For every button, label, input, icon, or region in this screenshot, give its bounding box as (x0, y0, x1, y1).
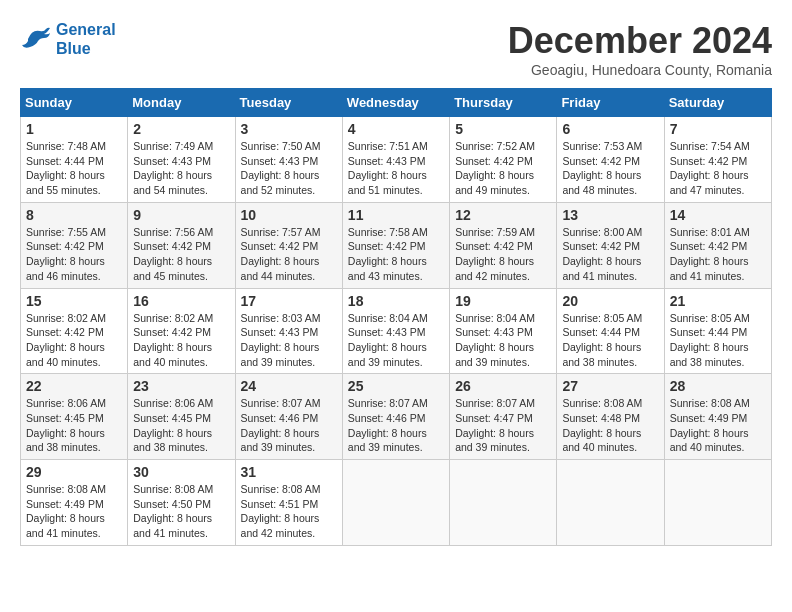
calendar-cell: 8Sunrise: 7:55 AMSunset: 4:42 PMDaylight… (21, 202, 128, 288)
calendar-cell: 7Sunrise: 7:54 AMSunset: 4:42 PMDaylight… (664, 117, 771, 203)
calendar-cell: 19Sunrise: 8:04 AMSunset: 4:43 PMDayligh… (450, 288, 557, 374)
calendar-cell: 24Sunrise: 8:07 AMSunset: 4:46 PMDayligh… (235, 374, 342, 460)
day-info: Sunrise: 8:01 AMSunset: 4:42 PMDaylight:… (670, 225, 766, 284)
column-header-thursday: Thursday (450, 89, 557, 117)
calendar-cell: 6Sunrise: 7:53 AMSunset: 4:42 PMDaylight… (557, 117, 664, 203)
calendar-week-2: 8Sunrise: 7:55 AMSunset: 4:42 PMDaylight… (21, 202, 772, 288)
day-number: 7 (670, 121, 766, 137)
calendar-cell: 1Sunrise: 7:48 AMSunset: 4:44 PMDaylight… (21, 117, 128, 203)
calendar-cell: 5Sunrise: 7:52 AMSunset: 4:42 PMDaylight… (450, 117, 557, 203)
logo: General Blue (20, 20, 116, 58)
calendar-header-row: SundayMondayTuesdayWednesdayThursdayFrid… (21, 89, 772, 117)
calendar-cell: 9Sunrise: 7:56 AMSunset: 4:42 PMDaylight… (128, 202, 235, 288)
day-number: 6 (562, 121, 658, 137)
logo-icon (20, 25, 52, 53)
day-number: 8 (26, 207, 122, 223)
calendar-cell: 10Sunrise: 7:57 AMSunset: 4:42 PMDayligh… (235, 202, 342, 288)
day-number: 20 (562, 293, 658, 309)
day-number: 15 (26, 293, 122, 309)
column-header-tuesday: Tuesday (235, 89, 342, 117)
day-number: 31 (241, 464, 337, 480)
day-info: Sunrise: 8:05 AMSunset: 4:44 PMDaylight:… (670, 311, 766, 370)
day-number: 14 (670, 207, 766, 223)
title-block: December 2024 Geoagiu, Hunedoara County,… (508, 20, 772, 78)
calendar-cell: 11Sunrise: 7:58 AMSunset: 4:42 PMDayligh… (342, 202, 449, 288)
day-number: 17 (241, 293, 337, 309)
day-number: 13 (562, 207, 658, 223)
day-info: Sunrise: 8:07 AMSunset: 4:47 PMDaylight:… (455, 396, 551, 455)
day-info: Sunrise: 8:02 AMSunset: 4:42 PMDaylight:… (133, 311, 229, 370)
calendar-cell: 28Sunrise: 8:08 AMSunset: 4:49 PMDayligh… (664, 374, 771, 460)
calendar-cell (664, 460, 771, 546)
day-info: Sunrise: 7:58 AMSunset: 4:42 PMDaylight:… (348, 225, 444, 284)
calendar-cell: 31Sunrise: 8:08 AMSunset: 4:51 PMDayligh… (235, 460, 342, 546)
column-header-wednesday: Wednesday (342, 89, 449, 117)
day-info: Sunrise: 8:08 AMSunset: 4:49 PMDaylight:… (26, 482, 122, 541)
month-title: December 2024 (508, 20, 772, 62)
day-info: Sunrise: 8:03 AMSunset: 4:43 PMDaylight:… (241, 311, 337, 370)
day-number: 11 (348, 207, 444, 223)
day-info: Sunrise: 7:52 AMSunset: 4:42 PMDaylight:… (455, 139, 551, 198)
calendar-cell: 22Sunrise: 8:06 AMSunset: 4:45 PMDayligh… (21, 374, 128, 460)
day-info: Sunrise: 8:04 AMSunset: 4:43 PMDaylight:… (455, 311, 551, 370)
day-number: 27 (562, 378, 658, 394)
column-header-friday: Friday (557, 89, 664, 117)
day-info: Sunrise: 8:00 AMSunset: 4:42 PMDaylight:… (562, 225, 658, 284)
calendar-cell: 4Sunrise: 7:51 AMSunset: 4:43 PMDaylight… (342, 117, 449, 203)
day-info: Sunrise: 8:08 AMSunset: 4:50 PMDaylight:… (133, 482, 229, 541)
day-number: 22 (26, 378, 122, 394)
day-info: Sunrise: 8:02 AMSunset: 4:42 PMDaylight:… (26, 311, 122, 370)
day-info: Sunrise: 8:06 AMSunset: 4:45 PMDaylight:… (133, 396, 229, 455)
day-number: 3 (241, 121, 337, 137)
calendar-cell: 15Sunrise: 8:02 AMSunset: 4:42 PMDayligh… (21, 288, 128, 374)
column-header-saturday: Saturday (664, 89, 771, 117)
day-info: Sunrise: 8:08 AMSunset: 4:51 PMDaylight:… (241, 482, 337, 541)
day-info: Sunrise: 7:59 AMSunset: 4:42 PMDaylight:… (455, 225, 551, 284)
day-number: 10 (241, 207, 337, 223)
day-info: Sunrise: 8:05 AMSunset: 4:44 PMDaylight:… (562, 311, 658, 370)
day-number: 25 (348, 378, 444, 394)
calendar-cell: 3Sunrise: 7:50 AMSunset: 4:43 PMDaylight… (235, 117, 342, 203)
calendar-cell: 16Sunrise: 8:02 AMSunset: 4:42 PMDayligh… (128, 288, 235, 374)
day-number: 28 (670, 378, 766, 394)
calendar-cell: 20Sunrise: 8:05 AMSunset: 4:44 PMDayligh… (557, 288, 664, 374)
day-number: 26 (455, 378, 551, 394)
day-number: 21 (670, 293, 766, 309)
day-number: 24 (241, 378, 337, 394)
day-number: 29 (26, 464, 122, 480)
calendar-cell: 29Sunrise: 8:08 AMSunset: 4:49 PMDayligh… (21, 460, 128, 546)
calendar-cell: 13Sunrise: 8:00 AMSunset: 4:42 PMDayligh… (557, 202, 664, 288)
day-number: 30 (133, 464, 229, 480)
day-number: 1 (26, 121, 122, 137)
calendar-cell: 25Sunrise: 8:07 AMSunset: 4:46 PMDayligh… (342, 374, 449, 460)
day-info: Sunrise: 7:49 AMSunset: 4:43 PMDaylight:… (133, 139, 229, 198)
day-info: Sunrise: 7:51 AMSunset: 4:43 PMDaylight:… (348, 139, 444, 198)
day-number: 5 (455, 121, 551, 137)
calendar-cell: 18Sunrise: 8:04 AMSunset: 4:43 PMDayligh… (342, 288, 449, 374)
day-number: 19 (455, 293, 551, 309)
column-header-monday: Monday (128, 89, 235, 117)
day-number: 18 (348, 293, 444, 309)
calendar-cell (557, 460, 664, 546)
calendar-week-5: 29Sunrise: 8:08 AMSunset: 4:49 PMDayligh… (21, 460, 772, 546)
page-header: General Blue December 2024 Geoagiu, Hune… (20, 20, 772, 78)
calendar-week-3: 15Sunrise: 8:02 AMSunset: 4:42 PMDayligh… (21, 288, 772, 374)
day-info: Sunrise: 8:08 AMSunset: 4:49 PMDaylight:… (670, 396, 766, 455)
day-info: Sunrise: 8:06 AMSunset: 4:45 PMDaylight:… (26, 396, 122, 455)
day-info: Sunrise: 7:56 AMSunset: 4:42 PMDaylight:… (133, 225, 229, 284)
calendar-cell: 30Sunrise: 8:08 AMSunset: 4:50 PMDayligh… (128, 460, 235, 546)
day-info: Sunrise: 8:07 AMSunset: 4:46 PMDaylight:… (241, 396, 337, 455)
calendar-week-4: 22Sunrise: 8:06 AMSunset: 4:45 PMDayligh… (21, 374, 772, 460)
location-subtitle: Geoagiu, Hunedoara County, Romania (508, 62, 772, 78)
calendar-cell (342, 460, 449, 546)
calendar-cell: 26Sunrise: 8:07 AMSunset: 4:47 PMDayligh… (450, 374, 557, 460)
day-info: Sunrise: 7:50 AMSunset: 4:43 PMDaylight:… (241, 139, 337, 198)
day-info: Sunrise: 7:54 AMSunset: 4:42 PMDaylight:… (670, 139, 766, 198)
calendar-cell: 2Sunrise: 7:49 AMSunset: 4:43 PMDaylight… (128, 117, 235, 203)
day-info: Sunrise: 7:55 AMSunset: 4:42 PMDaylight:… (26, 225, 122, 284)
calendar-cell: 12Sunrise: 7:59 AMSunset: 4:42 PMDayligh… (450, 202, 557, 288)
day-info: Sunrise: 7:53 AMSunset: 4:42 PMDaylight:… (562, 139, 658, 198)
day-info: Sunrise: 7:57 AMSunset: 4:42 PMDaylight:… (241, 225, 337, 284)
day-number: 16 (133, 293, 229, 309)
calendar-cell: 21Sunrise: 8:05 AMSunset: 4:44 PMDayligh… (664, 288, 771, 374)
